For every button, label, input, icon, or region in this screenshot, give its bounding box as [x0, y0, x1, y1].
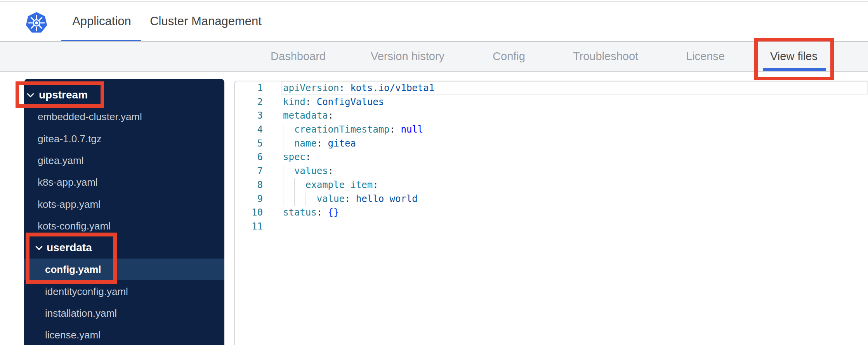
token-key: spec — [283, 150, 306, 164]
tree-file-identityconfig-yaml[interactable]: identityconfig.yaml — [24, 281, 224, 302]
tree-item-label: gitea.yaml — [38, 154, 84, 166]
code-line-text: name: gitea — [283, 137, 356, 151]
token-str: ConfigValues — [317, 95, 384, 109]
tree-item-label: license.yaml — [45, 329, 101, 341]
line-number: 5 — [235, 137, 263, 151]
line-number: 3 — [235, 109, 263, 123]
tree-file-installation-yaml[interactable]: installation.yaml — [24, 302, 224, 324]
code-line-text: spec: — [283, 150, 311, 164]
tree-file-k8s-app-yaml[interactable]: k8s-app.yaml — [24, 171, 224, 193]
code-line-5: 5name: gitea — [235, 137, 868, 151]
tree-file-license-yaml[interactable]: license.yaml — [24, 324, 224, 345]
code-line-text: apiVersion: kots.io/v1beta1 — [283, 81, 434, 95]
file-tree-sidebar: upstreamembedded-cluster.yamlgitea-1.0.7… — [24, 79, 224, 345]
tree-folder-userdata[interactable]: userdata — [24, 237, 224, 259]
token-punct: : — [328, 164, 333, 178]
code-line-text: kind: ConfigValues — [283, 95, 384, 109]
line-number: 7 — [235, 164, 263, 178]
token-key: creationTimestamp — [294, 123, 390, 137]
kubernetes-logo-icon — [25, 12, 48, 34]
code-line-10: 10status: {} — [235, 206, 868, 220]
token-key: name — [294, 137, 317, 151]
nav-tab-config[interactable]: Config — [493, 42, 525, 71]
code-line-6: 6spec: — [235, 150, 868, 164]
code-line-2: 2kind: ConfigValues — [235, 95, 868, 109]
token-str: hello world — [356, 192, 418, 206]
token-key: status — [283, 206, 317, 220]
code-line-11: 11 — [235, 220, 868, 234]
indent-guide — [306, 192, 317, 206]
nav-tab-license[interactable]: License — [686, 42, 725, 71]
line-number: 1 — [235, 81, 263, 95]
token-key: metadata — [283, 109, 328, 123]
code-line-text: creationTimestamp: null — [283, 123, 423, 137]
tree-file-config-yaml[interactable]: config.yaml — [24, 259, 224, 280]
tabbar-bottom-border — [0, 71, 868, 72]
tree-item-label: userdata — [47, 242, 92, 254]
nav-tab-view-files[interactable]: View files — [770, 42, 818, 71]
token-key: value — [317, 192, 345, 206]
token-key: kind — [283, 95, 306, 109]
nav-tab-version-history[interactable]: Version history — [371, 42, 444, 71]
tree-item-label: k8s-app.yaml — [38, 176, 98, 188]
chevron-down-icon — [27, 90, 34, 97]
line-number: 10 — [235, 206, 263, 220]
header-tab-application[interactable]: Application — [72, 2, 131, 41]
token-punct: : — [390, 123, 401, 137]
tree-file-gitea-1-0-7-tgz[interactable]: gitea-1.0.7.tgz — [24, 128, 224, 150]
token-str: gitea — [328, 137, 356, 151]
tree-item-label: upstream — [39, 89, 88, 101]
yaml-file-viewer[interactable]: 1apiVersion: kots.io/v1beta12kind: Confi… — [234, 81, 868, 345]
tree-item-label: installation.yaml — [45, 307, 117, 319]
header-tab-cluster-management[interactable]: Cluster Management — [150, 2, 262, 41]
code-line-9: 9value: hello world — [235, 192, 868, 206]
nav-tab-troubleshoot[interactable]: Troubleshoot — [573, 42, 638, 71]
token-punct: : — [306, 150, 311, 164]
line-number: 6 — [235, 150, 263, 164]
token-bracket: {} — [328, 206, 339, 220]
indent-guide — [283, 192, 294, 206]
token-punct: : — [306, 95, 317, 109]
tree-item-label: embedded-cluster.yaml — [38, 111, 142, 123]
code-line-text: example_item: — [283, 178, 378, 192]
token-punct: : — [317, 137, 328, 151]
token-punct: : — [345, 192, 356, 206]
indent-guide — [283, 123, 294, 137]
code-line-text: values: — [283, 164, 333, 178]
kots-admin-console: ApplicationCluster Management DashboardV… — [0, 0, 868, 345]
tree-file-kots-config-yaml[interactable]: kots-config.yaml — [24, 215, 224, 237]
line-number: 11 — [235, 220, 263, 234]
indent-guide — [294, 192, 306, 206]
token-punct: : — [328, 109, 333, 123]
tree-file-kots-app-yaml[interactable]: kots-app.yaml — [24, 193, 224, 215]
view-files-tab-active-underline — [763, 68, 826, 71]
token-str: kots.io/v1beta1 — [350, 81, 434, 95]
indent-guide — [294, 178, 306, 192]
tree-file-embedded-cluster-yaml[interactable]: embedded-cluster.yaml — [24, 106, 224, 128]
line-number: 2 — [235, 95, 263, 109]
code-line-3: 3metadata: — [235, 109, 868, 123]
code-line-4: 4creationTimestamp: null — [235, 123, 868, 137]
tree-file-gitea-yaml[interactable]: gitea.yaml — [24, 150, 224, 171]
token-key: example_item — [306, 178, 373, 192]
token-key: apiVersion — [283, 81, 339, 95]
nav-tab-dashboard[interactable]: Dashboard — [271, 42, 326, 71]
token-punct: : — [373, 178, 378, 192]
indent-guide — [283, 178, 294, 192]
tree-folder-upstream[interactable]: upstream — [24, 84, 224, 106]
app-header: ApplicationCluster Management — [0, 2, 868, 41]
code-content: 1apiVersion: kots.io/v1beta12kind: Confi… — [235, 81, 868, 234]
tree-item-label: config.yaml — [45, 264, 101, 276]
line-number: 4 — [235, 123, 263, 137]
line-number: 9 — [235, 192, 263, 206]
indent-guide — [283, 164, 294, 178]
tree-item-label: kots-app.yaml — [38, 198, 101, 210]
indent-guide — [283, 137, 294, 151]
chevron-down-icon — [35, 243, 42, 250]
code-line-8: 8example_item: — [235, 178, 868, 192]
line-number: 8 — [235, 178, 263, 192]
code-line-text: value: hello world — [283, 192, 418, 206]
code-line-text: status: {} — [283, 206, 339, 220]
app-nav-tabbar: DashboardVersion historyConfigTroublesho… — [0, 42, 868, 71]
tree-item-label: identityconfig.yaml — [45, 285, 128, 297]
